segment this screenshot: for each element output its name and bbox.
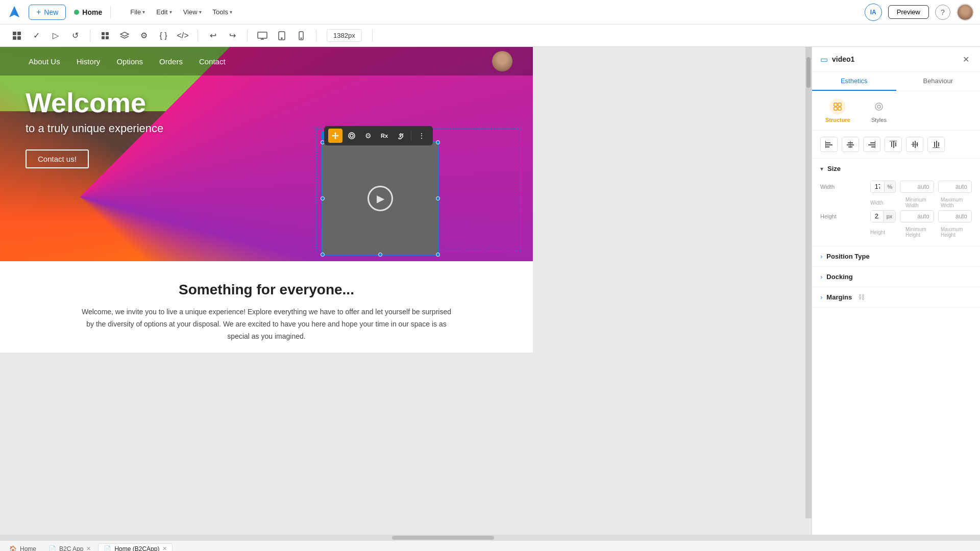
site-nav: About Us History Options Orders Contact	[0, 47, 533, 76]
view-menu-label: View	[183, 8, 198, 16]
tab-behaviour[interactable]: Behaviour	[896, 72, 981, 91]
tools-menu[interactable]: Tools ▾	[208, 6, 237, 18]
grid-icon[interactable]	[8, 27, 26, 44]
hero-cta-button[interactable]: Contact us!	[26, 149, 89, 168]
resize-handle-br[interactable]	[436, 253, 440, 257]
style-tool-btn[interactable]	[345, 129, 359, 143]
align-top-btn[interactable]	[885, 137, 902, 152]
height-input[interactable]	[871, 211, 883, 222]
resize-handle-mr[interactable]	[436, 196, 440, 201]
docking-section: › Docking	[812, 267, 980, 287]
size-section-header[interactable]: ▾ Size	[812, 159, 980, 179]
text-tool-btn[interactable]: Rx	[377, 129, 391, 143]
view-menu[interactable]: View ▾	[178, 6, 207, 18]
resize-handle-bl[interactable]	[321, 253, 325, 257]
refresh-icon[interactable]: ↺	[66, 27, 84, 44]
nav-contact[interactable]: Contact	[191, 53, 234, 70]
edit-menu-label: Edit	[156, 8, 167, 16]
play-icon[interactable]: ▷	[47, 27, 64, 44]
preview-button[interactable]: Preview	[888, 5, 929, 19]
source-icon[interactable]: </>	[174, 27, 191, 44]
svg-rect-24	[825, 146, 829, 147]
menu-group: File ▾ Edit ▾ View ▾ Tools ▾	[125, 6, 237, 18]
h-scrollbar-thumb[interactable]	[392, 536, 494, 540]
margins-section-header[interactable]: › Margins ⛓	[812, 287, 980, 307]
v-scrollbar-thumb[interactable]	[806, 57, 811, 88]
panel-close-button[interactable]: ✕	[960, 53, 972, 65]
nav-about[interactable]: About Us	[20, 53, 68, 70]
px-display[interactable]: 1382px	[327, 29, 362, 42]
svg-rect-35	[893, 141, 894, 148]
subtab-styles[interactable]: Styles	[866, 96, 892, 125]
docking-section-header[interactable]: › Docking	[812, 267, 980, 287]
redo-icon[interactable]: ↪	[224, 27, 241, 44]
nav-orders[interactable]: Orders	[151, 53, 191, 70]
new-button-label: New	[44, 8, 58, 16]
align-center-h-btn[interactable]	[842, 137, 859, 152]
ia-button[interactable]: IA	[865, 4, 882, 21]
code-braces-icon[interactable]: { }	[155, 27, 172, 44]
help-button[interactable]: ?	[935, 5, 950, 20]
max-width-col-label: Maximum Width	[941, 197, 972, 208]
bottom-tab-home-b2c[interactable]: 📄 Home (B2CApp) ✕	[98, 543, 173, 552]
max-height-input[interactable]: auto	[938, 210, 972, 222]
bottom-tab-home[interactable]: 🏠 Home	[4, 544, 41, 552]
svg-rect-7	[106, 36, 109, 39]
settings-tool-btn[interactable]: ⚙	[361, 129, 375, 143]
height-label: Height	[820, 213, 866, 219]
tab-esthetics[interactable]: Esthetics	[812, 72, 896, 91]
check-icon[interactable]: ✓	[28, 27, 45, 44]
svg-rect-17	[834, 103, 837, 106]
user-avatar[interactable]	[957, 4, 974, 21]
move-tool-btn[interactable]	[328, 129, 342, 143]
file-menu[interactable]: File ▾	[125, 6, 150, 18]
horizontal-scrollbar[interactable]	[0, 535, 980, 540]
align-right-btn[interactable]	[863, 137, 880, 152]
video-play-button[interactable]: ▶	[368, 186, 393, 211]
bottom-tab-b2capp[interactable]: 📄 B2C App ✕	[43, 544, 96, 552]
width-input[interactable]	[871, 181, 884, 192]
top-toolbar: + New Home File ▾ Edit ▾ View ▾ Tools ▾ …	[0, 0, 980, 24]
vertical-scrollbar[interactable]	[805, 47, 812, 518]
align-bottom-btn[interactable]	[927, 137, 945, 152]
components-icon[interactable]	[96, 27, 114, 44]
resize-handle-tr[interactable]	[436, 140, 440, 144]
plus-icon: +	[36, 8, 41, 17]
width-input-wrap: %	[870, 181, 896, 193]
nav-options[interactable]: Options	[108, 53, 151, 70]
edit-menu[interactable]: Edit ▾	[151, 6, 177, 18]
new-button[interactable]: + New	[29, 5, 66, 20]
max-width-input[interactable]: auto	[938, 181, 972, 193]
b2capp-close-btn[interactable]: ✕	[86, 545, 91, 551]
align-center-v-btn[interactable]	[906, 137, 923, 152]
desktop-icon[interactable]	[254, 27, 271, 44]
home-tab-label: Home	[20, 545, 36, 552]
position-section-header[interactable]: › Position Type	[812, 246, 980, 266]
size-section: ▾ Size Width % auto auto Width	[812, 159, 980, 246]
min-height-col-label: Minimum Height	[905, 227, 937, 238]
svg-rect-42	[934, 142, 935, 147]
position-chevron-icon: ›	[820, 253, 822, 260]
subtab-structure[interactable]: Structure	[820, 96, 855, 125]
layers-icon[interactable]	[116, 27, 133, 44]
min-height-input[interactable]: auto	[900, 210, 934, 222]
mobile-icon[interactable]	[292, 27, 310, 44]
svg-rect-32	[871, 146, 875, 147]
nav-history[interactable]: History	[68, 53, 109, 70]
more-tool-btn[interactable]: ⋮	[414, 129, 429, 143]
resize-handle-ml[interactable]	[321, 196, 325, 201]
tablet-icon[interactable]	[273, 27, 290, 44]
min-width-input[interactable]: auto	[900, 181, 934, 193]
align-left-btn[interactable]	[820, 137, 838, 152]
logo-icon[interactable]	[6, 4, 22, 20]
settings-icon[interactable]: ⚙	[135, 27, 153, 44]
position-title: Position Type	[826, 253, 869, 260]
svg-point-16	[350, 134, 353, 137]
size-labels-row: Width Minimum Width Maximum Width	[820, 197, 972, 208]
resize-handle-bm[interactable]	[378, 253, 382, 257]
link-tool-btn[interactable]	[394, 129, 408, 143]
undo-icon[interactable]: ↩	[204, 27, 222, 44]
video-element[interactable]: ◁ video1 ▶	[322, 141, 439, 256]
home-b2c-close-btn[interactable]: ✕	[162, 545, 167, 551]
height-labels-row: Height Minimum Height Maximum Height	[820, 227, 972, 238]
